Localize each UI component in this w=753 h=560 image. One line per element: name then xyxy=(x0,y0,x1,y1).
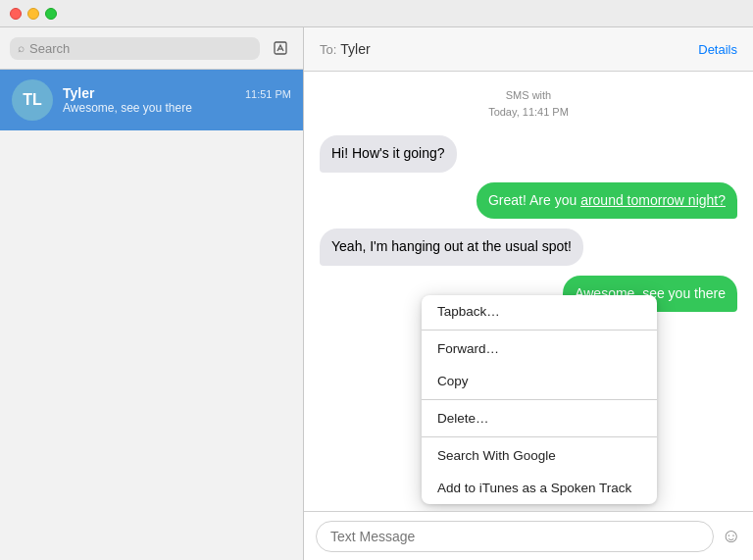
message-row: Hi! How's it going? xyxy=(320,135,737,173)
conv-name-row: Tyler 11:51 PM xyxy=(63,85,291,101)
context-menu-label-delete: Delete… xyxy=(437,411,489,426)
message-bubble-3[interactable]: Yeah, I'm hanging out at the usual spot! xyxy=(320,229,583,266)
context-menu-item-forward[interactable]: Forward… xyxy=(422,332,657,365)
compose-button[interactable] xyxy=(268,35,293,61)
message-row: Great! Are you around tomorrow night? xyxy=(320,182,737,220)
search-placeholder: Search xyxy=(29,41,70,56)
main-layout: ⌕ Search TL Tyler 11:51 PM Awesome, see … xyxy=(0,27,753,560)
message-input[interactable] xyxy=(316,521,714,552)
conv-time: 11:51 PM xyxy=(245,88,291,100)
messages-area: SMS with Today, 11:41 PM Hi! How's it go… xyxy=(304,72,753,511)
compose-icon xyxy=(273,40,288,56)
conv-info-tyler: Tyler 11:51 PM Awesome, see you there xyxy=(63,85,291,115)
conversation-item-tyler[interactable]: TL Tyler 11:51 PM Awesome, see you there xyxy=(0,70,303,130)
message-text-3: Yeah, I'm hanging out at the usual spot! xyxy=(331,238,572,254)
input-bar: ☺ xyxy=(304,511,753,560)
avatar-tyler: TL xyxy=(12,79,53,121)
context-menu-item-add-itunes[interactable]: Add to iTunes as a Spoken Track xyxy=(422,472,657,504)
message-row: Yeah, I'm hanging out at the usual spot! xyxy=(320,229,737,266)
title-bar xyxy=(0,0,753,27)
context-menu-label-add-itunes: Add to iTunes as a Spoken Track xyxy=(437,481,631,495)
sidebar-rest xyxy=(0,130,303,560)
context-menu-label-search-google: Search With Google xyxy=(437,448,556,463)
message-bubble-2[interactable]: Great! Are you around tomorrow night? xyxy=(477,182,737,220)
context-menu-item-delete[interactable]: Delete… xyxy=(422,402,657,434)
message-bubble-1[interactable]: Hi! How's it going? xyxy=(320,135,457,173)
sms-header-line1: SMS with xyxy=(506,89,551,101)
chat-area: To: Tyler Details SMS with Today, 11:41 … xyxy=(304,27,753,560)
context-menu-item-tapback[interactable]: Tapback… xyxy=(422,295,657,328)
sidebar-header: ⌕ Search xyxy=(0,27,303,70)
maximize-button[interactable] xyxy=(45,8,57,20)
context-menu-separator-2 xyxy=(422,399,657,400)
minimize-button[interactable] xyxy=(27,8,39,20)
sidebar: ⌕ Search TL Tyler 11:51 PM Awesome, see … xyxy=(0,27,304,560)
context-menu-item-search-google[interactable]: Search With Google xyxy=(422,439,657,472)
context-menu-item-copy[interactable]: Copy xyxy=(422,365,657,397)
message-text-2: Great! Are you around tomorrow night? xyxy=(488,192,726,208)
context-menu-label-copy: Copy xyxy=(437,374,469,388)
close-button[interactable] xyxy=(10,8,22,20)
chat-recipient: Tyler xyxy=(340,41,698,57)
emoji-icon: ☺ xyxy=(722,525,741,546)
traffic-lights xyxy=(10,8,57,20)
context-menu-label-forward: Forward… xyxy=(437,341,499,356)
search-icon: ⌕ xyxy=(18,41,25,55)
context-menu-separator-3 xyxy=(422,436,657,437)
search-bar[interactable]: ⌕ Search xyxy=(10,37,260,60)
conv-name: Tyler xyxy=(63,85,94,101)
sms-header: SMS with Today, 11:41 PM xyxy=(320,87,737,120)
emoji-button[interactable]: ☺ xyxy=(722,525,741,547)
message-text-1: Hi! How's it going? xyxy=(331,145,445,161)
sms-header-line2: Today, 11:41 PM xyxy=(488,106,569,118)
to-label: To: xyxy=(320,42,336,57)
context-menu-separator xyxy=(422,330,657,331)
chat-header: To: Tyler Details xyxy=(304,27,753,72)
conv-preview: Awesome, see you there xyxy=(63,101,291,115)
details-button[interactable]: Details xyxy=(698,42,737,57)
context-menu: Tapback… Forward… Copy Delete… Search Wi… xyxy=(422,295,657,504)
context-menu-label-tapback: Tapback… xyxy=(437,304,500,319)
